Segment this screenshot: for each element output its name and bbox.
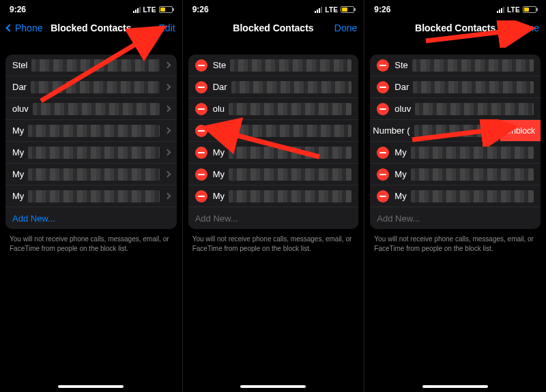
delete-icon[interactable] <box>195 81 207 93</box>
redacted-text <box>411 168 534 181</box>
list-item[interactable]: Stel <box>5 55 177 76</box>
home-indicator[interactable] <box>422 385 488 388</box>
done-label: Done <box>517 22 539 33</box>
list-item[interactable]: My <box>188 185 359 207</box>
list-item[interactable]: My <box>5 142 177 164</box>
redacted-text <box>31 59 159 72</box>
network-label: LTE <box>325 6 338 14</box>
redacted-text <box>411 190 534 202</box>
list-item[interactable]: My <box>188 142 359 164</box>
add-new-button[interactable]: Add New... <box>5 207 177 229</box>
status-right: LTE <box>315 6 354 14</box>
list-item[interactable]: oluv <box>5 98 177 120</box>
page-title: Blocked Contacts <box>233 22 313 33</box>
status-right: LTE <box>497 6 536 14</box>
redacted-text <box>217 125 352 137</box>
redacted-text <box>31 81 160 93</box>
delete-icon[interactable] <box>195 125 207 137</box>
add-new-button[interactable]: Add New... <box>188 207 359 229</box>
unblock-button[interactable]: Unblock <box>500 120 541 141</box>
status-time: 9:26 <box>374 5 390 14</box>
status-bar: 9:26 LTE <box>364 0 546 16</box>
redacted-text <box>28 125 159 137</box>
chevron-right-icon <box>164 62 171 69</box>
chevron-right-icon <box>164 193 171 200</box>
page-title: Blocked Contacts <box>51 22 131 33</box>
back-button[interactable]: Phone <box>7 22 48 33</box>
chevron-right-icon <box>164 84 171 91</box>
list-item[interactable]: Dar <box>188 76 359 98</box>
blocked-list-edit: Ste Dar olu My My My Add New... <box>188 55 359 229</box>
redacted-text <box>28 168 159 181</box>
chevron-right-icon <box>164 106 171 112</box>
done-button[interactable]: Done <box>316 22 357 33</box>
blocked-list-edit: Ste Dar oluv Number ( Unblock My My My A… <box>370 55 541 229</box>
redacted-text <box>230 59 351 72</box>
battery-icon <box>341 6 354 13</box>
list-item[interactable]: Dar <box>5 76 177 98</box>
list-item[interactable]: Dar <box>370 76 541 98</box>
nav-bar: Phone Blocked Contacts Edit <box>0 16 182 41</box>
list-item[interactable]: My <box>370 185 541 207</box>
redacted-text <box>229 168 351 181</box>
list-item[interactable]: My <box>5 120 177 142</box>
delete-icon[interactable] <box>195 168 207 181</box>
list-item[interactable]: My <box>370 164 541 185</box>
list-item-swiped[interactable]: Number ( Unblock <box>370 120 541 142</box>
status-bar: 9:26 LTE <box>0 0 182 16</box>
signal-icon <box>315 7 322 13</box>
delete-icon[interactable] <box>195 103 207 115</box>
list-item[interactable]: My <box>5 164 177 185</box>
redacted-text <box>414 125 496 137</box>
back-label: Phone <box>15 22 42 33</box>
edit-button[interactable]: Edit <box>134 22 175 33</box>
footer-text: You will not receive phone calls, messag… <box>183 229 364 258</box>
delete-icon[interactable] <box>377 59 389 72</box>
redacted-text <box>229 103 351 115</box>
redacted-text <box>229 147 351 159</box>
battery-icon <box>523 6 536 13</box>
footer-text: You will not receive phone calls, messag… <box>364 229 546 258</box>
home-indicator[interactable] <box>240 385 306 388</box>
delete-icon[interactable] <box>377 147 389 159</box>
delete-icon[interactable] <box>377 168 389 181</box>
edit-label: Edit <box>159 22 175 33</box>
delete-icon[interactable] <box>377 103 389 115</box>
chevron-right-icon <box>164 127 171 134</box>
delete-icon[interactable] <box>195 59 207 72</box>
network-label: LTE <box>507 6 520 14</box>
add-new-button[interactable]: Add New... <box>370 207 541 229</box>
add-new-label: Add New... <box>377 213 420 224</box>
list-item[interactable]: Ste <box>370 55 541 76</box>
list-item[interactable]: Ste <box>188 55 359 76</box>
chevron-left-icon <box>5 24 13 31</box>
delete-icon[interactable] <box>377 190 389 202</box>
done-button[interactable]: Done <box>498 22 539 33</box>
delete-icon[interactable] <box>195 190 207 202</box>
list-item[interactable]: oluv <box>370 98 541 120</box>
home-indicator[interactable] <box>58 385 124 388</box>
redacted-text <box>415 103 534 115</box>
redacted-text <box>231 81 352 93</box>
list-item[interactable] <box>188 120 359 142</box>
list-item[interactable]: My <box>370 142 541 164</box>
panel-2: 9:26 LTE Blocked Contacts Done Ste Dar o… <box>182 0 364 392</box>
shifted-label: Number ( <box>373 125 410 136</box>
redacted-text <box>229 190 351 202</box>
panel-1: 9:26 LTE Phone Blocked Contacts Edit Ste… <box>0 0 182 392</box>
list-item[interactable]: olu <box>188 98 359 120</box>
chevron-right-icon <box>164 149 171 156</box>
signal-icon <box>497 7 504 13</box>
nav-bar: Blocked Contacts Done <box>364 16 546 41</box>
delete-icon[interactable] <box>377 81 389 93</box>
nav-bar: Blocked Contacts Done <box>183 16 364 41</box>
redacted-text <box>411 147 534 159</box>
panel-3: 9:26 LTE Blocked Contacts Done Ste Dar o… <box>364 0 546 392</box>
delete-icon[interactable] <box>195 147 207 159</box>
add-new-label: Add New... <box>12 213 55 224</box>
unblock-label: Unblock <box>506 126 535 136</box>
redacted-text <box>28 190 159 202</box>
list-item[interactable]: My <box>188 164 359 185</box>
list-item[interactable]: My <box>5 185 177 207</box>
redacted-text <box>413 81 534 93</box>
